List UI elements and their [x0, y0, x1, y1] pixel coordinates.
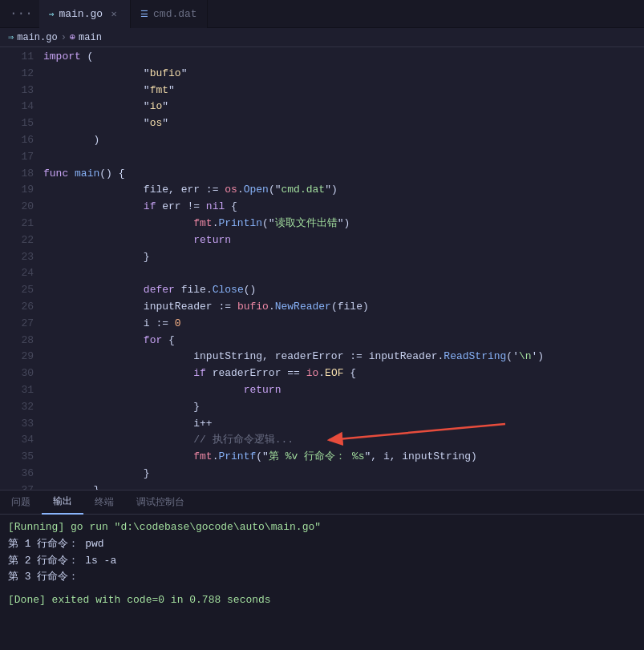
- tab-main-go-label: main.go: [59, 8, 103, 20]
- panel-content[interactable]: [Running] go run "d:\codebase\gocode\aut…: [0, 515, 644, 650]
- panel-tabs: 问题 输出 终端 调试控制台: [0, 491, 644, 515]
- code-line-13: "fmt": [43, 83, 644, 99]
- code-line-11: import (: [43, 49, 644, 66]
- code-line-16: ): [43, 132, 644, 149]
- code-line-24: [43, 265, 644, 282]
- panel-area: 问题 输出 终端 调试控制台 [Running] go run "d:\code…: [0, 490, 644, 650]
- tab-cmd-dat[interactable]: ☰ cmd.dat: [131, 0, 208, 28]
- breadcrumb-func: main: [79, 32, 102, 43]
- code-line-34: // 执行命令逻辑...: [43, 432, 644, 449]
- panel-tab-output[interactable]: 输出: [42, 491, 83, 515]
- output-line-2: 第 2 行命令： ls -a: [8, 553, 636, 570]
- code-line-20: if err != nil {: [43, 199, 644, 216]
- code-line-22: return: [43, 232, 644, 249]
- code-line-18: func main() {: [43, 166, 644, 183]
- panel-tab-debug[interactable]: 调试控制台: [125, 491, 196, 515]
- code-line-26: inputReader := bufio.NewReader(file): [43, 299, 644, 316]
- output-line-1: 第 1 行命令： pwd: [8, 536, 636, 553]
- code-line-12: "bufio": [43, 66, 644, 83]
- editor-wrapper: 11 12 13 14 15 16 17 18 19 20 21 22 23 2…: [0, 47, 644, 490]
- panel-tab-issues[interactable]: 问题: [0, 491, 42, 515]
- code-line-32: }: [43, 399, 644, 416]
- code-line-33: i++: [43, 416, 644, 433]
- code-line-36: }: [43, 466, 644, 482]
- tab-close-icon[interactable]: ✕: [107, 7, 120, 20]
- editor-area: 11 12 13 14 15 16 17 18 19 20 21 22 23 2…: [0, 47, 644, 490]
- code-line-29: inputString, readerError := inputReader.…: [43, 349, 644, 365]
- code-line-27: i := 0: [43, 316, 644, 333]
- code-line-19: file, err := os.Open("cmd.dat"): [43, 182, 644, 199]
- breadcrumb-func-icon: ⊕: [70, 31, 75, 43]
- tab-bar: ··· ⇒ main.go ✕ ☰ cmd.dat: [0, 0, 644, 28]
- breadcrumb-go-icon: ⇒: [8, 31, 14, 43]
- code-line-23: }: [43, 249, 644, 266]
- tab-overflow[interactable]: ···: [3, 6, 39, 21]
- dat-file-icon: ☰: [140, 9, 148, 19]
- tab-cmd-dat-label: cmd.dat: [153, 8, 197, 20]
- code-line-15: "os": [43, 115, 644, 132]
- breadcrumb-file: main.go: [17, 32, 57, 43]
- panel-tab-terminal[interactable]: 终端: [83, 491, 125, 515]
- code-content[interactable]: import ( "bufio" "fmt" "io" "os" ) func …: [40, 47, 644, 490]
- tab-main-go[interactable]: ⇒ main.go ✕: [39, 0, 131, 28]
- code-line-17: [43, 149, 644, 166]
- output-running: [Running] go run "d:\codebase\gocode\aut…: [8, 519, 636, 536]
- code-line-30: if readerError == io.EOF {: [43, 365, 644, 382]
- code-line-14: "io": [43, 99, 644, 115]
- code-line-37: }: [43, 482, 644, 490]
- output-empty: [8, 586, 636, 592]
- output-line-3: 第 3 行命令：: [8, 569, 636, 586]
- seconds-label: seconds: [227, 594, 271, 606]
- code-line-28: for {: [43, 333, 644, 349]
- go-file-icon: ⇒: [49, 9, 55, 19]
- breadcrumb: ⇒ main.go › ⊕ main: [0, 28, 644, 47]
- code-line-21: fmt.Println("读取文件出错"): [43, 216, 644, 232]
- code-line-31: return: [43, 382, 644, 399]
- code-line-35: fmt.Printf("第 %v 行命令： %s", i, inputStrin…: [43, 449, 644, 466]
- code-line-25: defer file.Close(): [43, 282, 644, 299]
- breadcrumb-sep: ›: [61, 32, 67, 43]
- line-numbers: 11 12 13 14 15 16 17 18 19 20 21 22 23 2…: [0, 47, 40, 490]
- output-done: [Done] exited with code=0 in 0.788 secon…: [8, 592, 636, 609]
